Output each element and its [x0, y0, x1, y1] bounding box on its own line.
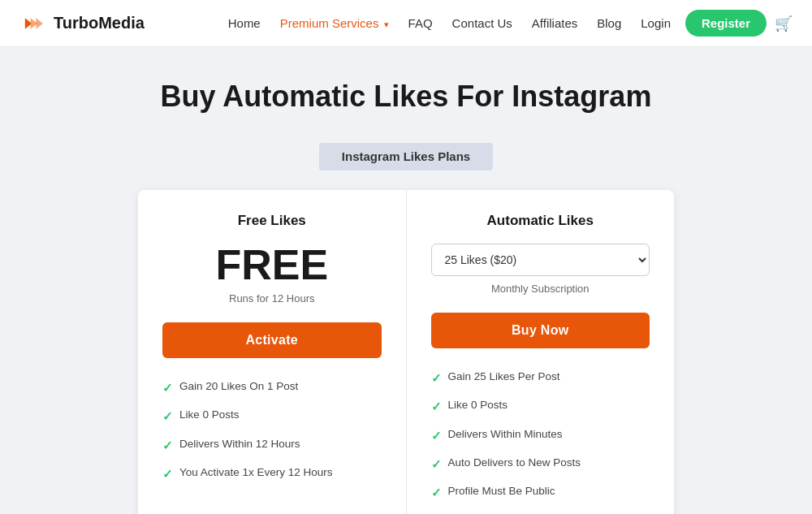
page-title: Buy Automatic Likes For Instagram — [161, 80, 652, 114]
list-item: ✓ Like 0 Posts — [162, 408, 382, 425]
nav-home[interactable]: Home — [220, 11, 269, 35]
chevron-down-icon: ▾ — [384, 19, 389, 29]
check-icon: ✓ — [162, 466, 173, 482]
nav-blog[interactable]: Blog — [589, 11, 629, 35]
check-icon: ✓ — [431, 399, 442, 415]
activate-button[interactable]: Activate — [162, 322, 382, 358]
list-item: ✓ Auto Delivers to New Posts — [431, 456, 650, 473]
register-button[interactable]: Register — [685, 10, 767, 37]
list-item: ✓ Like 0 Posts — [431, 398, 650, 415]
nav-affiliates[interactable]: Affiliates — [524, 11, 585, 35]
check-icon: ✓ — [431, 456, 442, 473]
free-card-subtitle: Runs for 12 Hours — [229, 292, 315, 305]
check-icon: ✓ — [431, 428, 442, 444]
buy-now-button[interactable]: Buy Now — [431, 313, 650, 348]
free-features-list: ✓ Gain 20 Likes On 1 Post ✓ Like 0 Posts… — [162, 379, 382, 494]
cart-icon[interactable]: 🛒 — [775, 15, 793, 32]
list-item: ✓ Gain 25 Likes Per Post — [431, 369, 650, 387]
check-icon: ✓ — [162, 380, 173, 396]
nav-faq[interactable]: FAQ — [400, 11, 441, 35]
nav-login[interactable]: Login — [633, 11, 679, 35]
check-icon: ✓ — [431, 370, 442, 387]
main-content: Buy Automatic Likes For Instagram Instag… — [0, 47, 812, 514]
list-item: ✓ Delivers Within Minutes — [431, 427, 650, 444]
list-item: ✓ Profile Must Be Public — [431, 484, 650, 501]
check-icon: ✓ — [162, 438, 173, 454]
auto-card-title: Automatic Likes — [487, 213, 594, 229]
logo[interactable]: TurboMedia — [19, 10, 145, 37]
list-item: ✓ Gain 20 Likes On 1 Post — [162, 379, 382, 396]
check-icon: ✓ — [162, 408, 173, 425]
nav-premium-services[interactable]: Premium Services ▾ — [272, 11, 397, 35]
pricing-cards: Free Likes FREE Runs for 12 Hours Activa… — [138, 190, 674, 514]
nav-links: Home Premium Services ▾ FAQ Contact Us A… — [220, 16, 679, 31]
free-card-price: FREE — [215, 244, 328, 286]
auto-features-list: ✓ Gain 25 Likes Per Post ✓ Like 0 Posts … — [431, 369, 650, 512]
free-likes-card: Free Likes FREE Runs for 12 Hours Activa… — [138, 190, 407, 514]
logo-icon — [19, 10, 47, 37]
nav-contact-us[interactable]: Contact Us — [444, 11, 520, 35]
auto-likes-card: Automatic Likes 25 Likes ($20) 50 Likes … — [407, 190, 675, 514]
plans-label-wrap: Instagram Likes Plans — [319, 143, 493, 171]
logo-text: TurboMedia — [54, 14, 145, 32]
auto-card-subtitle: Monthly Subscription — [491, 283, 590, 295]
check-icon: ✓ — [431, 485, 442, 501]
plans-section-label: Instagram Likes Plans — [342, 149, 470, 163]
list-item: ✓ You Activate 1x Every 12 Hours — [162, 465, 382, 482]
list-item: ✓ Delivers Within 12 Hours — [162, 437, 382, 454]
navbar: TurboMedia Home Premium Services ▾ FAQ C… — [0, 0, 812, 47]
free-card-title: Free Likes — [238, 213, 306, 229]
plan-select[interactable]: 25 Likes ($20) 50 Likes ($35) 100 Likes … — [431, 244, 650, 276]
